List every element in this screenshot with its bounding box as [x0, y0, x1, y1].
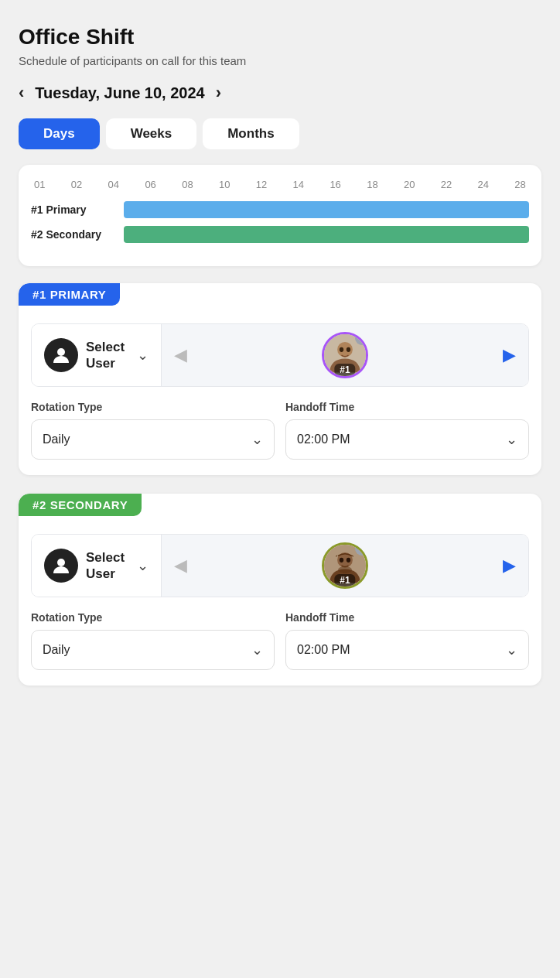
primary-user-chip: × #1 [322, 332, 368, 378]
secondary-avatar-placeholder [44, 549, 78, 583]
svg-point-0 [57, 348, 65, 356]
primary-rotation-type-field: Rotation Type Daily ⌄ [31, 401, 275, 460]
hour-06: 06 [145, 179, 155, 190]
svg-point-8 [340, 558, 343, 563]
secondary-user-chip: × #1 [322, 542, 368, 589]
secondary-handoff-time-value: 02:00 PM [297, 643, 350, 657]
timeline-bar-primary [124, 201, 529, 218]
primary-remove-user-button[interactable]: × [355, 332, 368, 345]
timeline-row-secondary: #2 Secondary [31, 226, 529, 243]
secondary-handoff-time-label: Handoff Time [285, 611, 529, 624]
secondary-rotation-type-select[interactable]: Daily ⌄ [31, 630, 275, 670]
hour-02: 02 [71, 179, 82, 190]
primary-select-user-button[interactable]: SelectUser ⌄ [32, 324, 162, 386]
hour-04: 04 [108, 179, 119, 190]
page-subtitle: Schedule of participants on call for thi… [19, 54, 541, 67]
hour-08: 08 [182, 179, 193, 190]
secondary-chip-number: #1 [334, 574, 355, 586]
timeline-label-primary: #1 Primary [31, 203, 124, 216]
secondary-carousel-prev-button[interactable]: ◀ [174, 556, 187, 576]
prev-date-button[interactable]: ‹ [19, 83, 24, 103]
user-silhouette-icon [50, 344, 72, 366]
secondary-rotation-type-value: Daily [43, 643, 70, 657]
secondary-remove-user-button[interactable]: × [355, 542, 368, 556]
secondary-user-carousel: ◀ [162, 535, 528, 597]
page-container: Office Shift Schedule of participants on… [0, 0, 560, 978]
primary-select-chevron-icon: ⌄ [137, 347, 149, 364]
primary-section-card: #1 PRIMARY SelectUser ⌄ ◀ [19, 283, 541, 475]
primary-select-user-label: SelectUser [86, 339, 125, 372]
svg-point-4 [347, 347, 350, 352]
secondary-rotation-type-chevron-icon: ⌄ [251, 641, 263, 658]
timeline-bar-secondary [124, 226, 529, 243]
svg-point-10 [338, 566, 352, 573]
primary-carousel-prev-button[interactable]: ◀ [174, 345, 187, 365]
secondary-rotation-type-field: Rotation Type Daily ⌄ [31, 611, 275, 670]
hour-10: 10 [219, 179, 230, 190]
primary-rotation-type-chevron-icon: ⌄ [251, 431, 263, 448]
primary-handoff-time-select[interactable]: 02:00 PM ⌄ [285, 419, 529, 460]
primary-rotation-row: Rotation Type Daily ⌄ Handoff Time 02:00… [31, 401, 529, 460]
secondary-user-select-row: SelectUser ⌄ ◀ [31, 534, 529, 597]
hour-22: 22 [441, 179, 452, 190]
primary-handoff-time-field: Handoff Time 02:00 PM ⌄ [285, 401, 529, 460]
primary-user-chip-avatar: × #1 [322, 332, 368, 378]
secondary-select-user-button[interactable]: SelectUser ⌄ [32, 535, 162, 597]
svg-point-5 [57, 559, 65, 566]
hour-16: 16 [330, 179, 340, 190]
page-title: Office Shift [19, 25, 541, 50]
primary-user-carousel: ◀ [162, 324, 528, 386]
timeline-card: 01 02 04 06 08 10 12 14 16 18 20 22 24 2… [19, 165, 541, 266]
hour-01: 01 [34, 179, 45, 190]
secondary-carousel-next-button[interactable]: ▶ [503, 556, 516, 576]
user-silhouette-icon-2 [50, 555, 72, 576]
primary-chip-number: #1 [334, 364, 355, 376]
date-navigation: ‹ Tuesday, June 10, 2024 › [19, 83, 541, 103]
primary-rotation-type-select[interactable]: Daily ⌄ [31, 419, 275, 460]
secondary-handoff-time-chevron-icon: ⌄ [506, 641, 517, 658]
secondary-handoff-time-select[interactable]: 02:00 PM ⌄ [285, 630, 529, 670]
timeline-row-primary: #1 Primary [31, 201, 529, 218]
secondary-rotation-type-label: Rotation Type [31, 611, 275, 624]
next-date-button[interactable]: › [216, 83, 221, 103]
primary-user-select-row: SelectUser ⌄ ◀ [31, 323, 529, 387]
secondary-user-chip-avatar: × #1 [322, 542, 368, 589]
primary-rotation-type-value: Daily [43, 433, 70, 446]
hour-20: 20 [404, 179, 415, 190]
secondary-handoff-time-field: Handoff Time 02:00 PM ⌄ [285, 611, 529, 670]
svg-point-3 [340, 347, 343, 352]
current-date-label: Tuesday, June 10, 2024 [35, 84, 204, 102]
hour-18: 18 [367, 179, 377, 190]
tab-days[interactable]: Days [19, 118, 100, 149]
secondary-select-user-label: SelectUser [86, 549, 125, 583]
tab-weeks[interactable]: Weeks [106, 118, 197, 149]
secondary-select-chevron-icon: ⌄ [137, 557, 149, 574]
primary-handoff-time-value: 02:00 PM [297, 433, 350, 446]
hour-12: 12 [256, 179, 267, 190]
hour-28: 28 [514, 179, 525, 190]
primary-carousel-next-button[interactable]: ▶ [503, 345, 516, 365]
view-tabs: Days Weeks Months [19, 118, 541, 149]
primary-rotation-type-label: Rotation Type [31, 401, 275, 413]
primary-badge: #1 PRIMARY [19, 283, 120, 306]
primary-handoff-time-chevron-icon: ⌄ [506, 431, 517, 448]
tab-months[interactable]: Months [203, 118, 299, 149]
timeline-label-secondary: #2 Secondary [31, 228, 124, 241]
primary-handoff-time-label: Handoff Time [285, 401, 529, 413]
hour-24: 24 [478, 179, 489, 190]
timeline-hours: 01 02 04 06 08 10 12 14 16 18 20 22 24 2… [31, 179, 529, 190]
secondary-rotation-row: Rotation Type Daily ⌄ Handoff Time 02:00… [31, 611, 529, 670]
secondary-badge: #2 SECONDARY [19, 494, 142, 516]
hour-14: 14 [293, 179, 304, 190]
primary-avatar-placeholder [44, 338, 78, 372]
svg-point-9 [347, 558, 350, 563]
secondary-section-card: #2 SECONDARY SelectUser ⌄ ◀ [19, 494, 541, 686]
